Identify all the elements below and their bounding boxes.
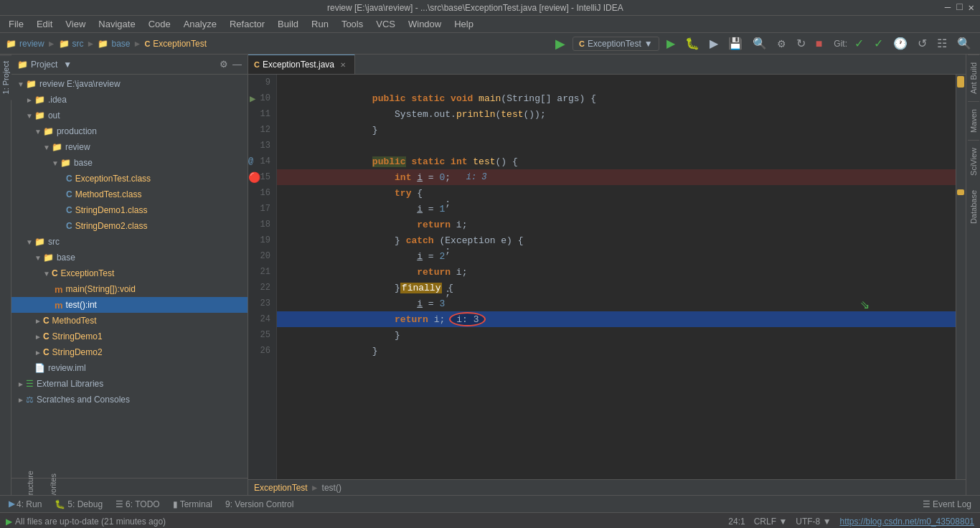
menu-refactor[interactable]: Refactor <box>224 17 270 31</box>
todo-tab[interactable]: ☰ 6: TODO <box>110 498 166 511</box>
run-tab[interactable]: ▶ 4: Run <box>3 498 47 511</box>
git-history-button[interactable]: 🕐 <box>890 35 910 52</box>
search2-button[interactable]: 🔍 <box>954 35 974 52</box>
coverage-button[interactable]: ▶ <box>707 35 721 52</box>
tree-item-review-sub[interactable]: ▼ 📁 review <box>11 139 248 155</box>
breadcrumb-src-icon: 📁 <box>59 39 70 49</box>
breadcrumb-base[interactable]: base <box>111 39 130 49</box>
terminal-tab[interactable]: ▮ Terminal <box>167 498 218 511</box>
window-controls[interactable]: ― □ ✕ <box>945 1 974 14</box>
code-view[interactable]: 9 ▶ 10 11 12 13 @ 14 🔴 15 <box>248 75 966 479</box>
version-control-tab[interactable]: 9: Version Control <box>220 498 299 511</box>
tree-arrow-idea[interactable]: ► <box>26 96 33 104</box>
database-tab[interactable]: Database <box>968 183 979 231</box>
tree-item-base-src[interactable]: ▼ 📁 base <box>11 250 248 265</box>
structure-tab[interactable]: 2: Structure <box>14 469 37 495</box>
line-num-22: 22 <box>248 280 276 296</box>
line-num-21: 21 <box>248 264 276 280</box>
ant-build-tab[interactable]: Ant Build <box>968 55 979 101</box>
csdn-url[interactable]: https://blog.csdn.net/m0_43508801 <box>840 517 974 527</box>
tree-item-ext-libs[interactable]: ► ☰ External Libraries <box>11 376 248 392</box>
breakpoint-gutter-icon-15[interactable]: 🔴 <box>248 171 260 184</box>
project-dropdown-icon[interactable]: ▼ <box>63 60 72 70</box>
breadcrumb-exceptiontest[interactable]: ExceptionTest <box>153 39 207 49</box>
project-icon: 📁 <box>17 60 28 70</box>
debug-button[interactable]: 🐛 <box>682 35 702 52</box>
run-button[interactable]: ▶ <box>552 34 568 53</box>
run-config-selector[interactable]: C ExceptionTest ▼ <box>573 37 659 51</box>
menu-edit[interactable]: Edit <box>31 17 58 31</box>
git-revert-button[interactable]: ↺ <box>915 35 930 52</box>
editor-tab-exceptiontest[interactable]: C ExceptionTest.java ✕ <box>248 55 355 74</box>
line-sep-indicator[interactable]: CRLF ▼ <box>754 517 788 527</box>
run-gutter-icon-10[interactable]: ▶ <box>250 93 255 105</box>
debug-tab[interactable]: 🐛 5: Debug <box>49 498 108 511</box>
cursor-position[interactable]: 24:1 <box>728 517 745 527</box>
tree-arrow-review[interactable]: ▼ <box>17 80 24 88</box>
encoding-indicator[interactable]: UTF-8 ▼ <box>796 517 831 527</box>
build-button[interactable]: 💾 <box>725 35 745 52</box>
tree-item-test-method[interactable]: m test():int <box>11 297 248 313</box>
tree-item-review-iml[interactable]: 📄 review.iml <box>11 360 248 376</box>
tree-item-idea[interactable]: ► 📁 .idea <box>11 92 248 108</box>
breadcrumb-src[interactable]: src <box>72 39 84 49</box>
breadcrumb-review[interactable]: review <box>19 39 44 49</box>
run-play-button[interactable]: ▶ <box>664 35 678 52</box>
bookmark-gutter-icon-14[interactable]: @ <box>248 156 253 166</box>
tree-item-src[interactable]: ▼ 📁 src <box>11 234 248 250</box>
favorites-tab[interactable]: 2: Favorites <box>37 472 60 495</box>
search-button[interactable]: 🔍 <box>750 35 770 52</box>
scroll-marker-mid <box>957 189 964 195</box>
minimize-button[interactable]: ― <box>945 1 951 14</box>
sidebar-settings-button[interactable]: ⚙ <box>220 59 228 70</box>
tree-arrow-out[interactable]: ▼ <box>26 112 33 120</box>
tree-item-scratches[interactable]: ► ⚖ Scratches and Consoles <box>11 392 248 407</box>
right-side-panel: Ant Build Maven SciView Database <box>966 55 980 495</box>
stop-button[interactable]: ■ <box>813 36 826 52</box>
tree-item-stringdemo2[interactable]: ► C StringDemo2 <box>11 344 248 360</box>
bottom-tabs-bar: ▶ 4: Run 🐛 5: Debug ☰ 6: TODO ▮ Terminal… <box>0 495 980 512</box>
sidebar-collapse-button[interactable]: ― <box>232 59 242 70</box>
tree-item-methodtest[interactable]: ► C MethodTest <box>11 313 248 329</box>
tree-item-review-root[interactable]: ▼ 📁 review E:\java\review <box>11 76 248 92</box>
menu-view[interactable]: View <box>60 17 91 31</box>
tree-item-stringdemo1[interactable]: ► C StringDemo1 <box>11 329 248 344</box>
statusbar: ▶ All files are up-to-date (21 minutes a… <box>0 512 980 528</box>
tree-item-out[interactable]: ▼ 📁 out <box>11 108 248 123</box>
tree-item-exceptiontest-class[interactable]: C ExceptionTest.class <box>11 171 248 187</box>
tree-item-main-method[interactable]: m main(String[]):void <box>11 281 248 297</box>
code-content[interactable]: public static void main(String[] args) {… <box>277 75 956 479</box>
tree-item-production[interactable]: ▼ 📁 production <box>11 123 248 139</box>
settings-button[interactable]: ⚙ <box>774 37 789 51</box>
git-check2-button[interactable]: ✓ <box>871 35 886 52</box>
git-check-button[interactable]: ✓ <box>852 35 867 52</box>
menu-build[interactable]: Build <box>272 17 304 31</box>
stringdemo2-class-icon: C <box>66 221 72 231</box>
tree-item-exceptiontest[interactable]: ▼ C ExceptionTest <box>11 265 248 281</box>
tree-item-methodtest-class[interactable]: C MethodTest.class <box>11 187 248 202</box>
maximize-button[interactable]: □ <box>956 1 962 14</box>
close-button[interactable]: ✕ <box>969 1 974 14</box>
menu-run[interactable]: Run <box>306 17 334 31</box>
sciview-tab[interactable]: SciView <box>968 140 979 183</box>
menu-tools[interactable]: Tools <box>336 17 369 31</box>
menu-code[interactable]: Code <box>143 17 176 31</box>
maven-tab[interactable]: Maven <box>968 101 979 140</box>
scrollbar-gutter[interactable] <box>956 75 966 479</box>
menu-file[interactable]: File <box>3 17 29 31</box>
refresh-button[interactable]: ↻ <box>793 35 809 52</box>
line-num-26: 26 <box>248 343 276 359</box>
layout-button[interactable]: ☷ <box>934 35 950 52</box>
menu-window[interactable]: Window <box>402 17 447 31</box>
menu-help[interactable]: Help <box>448 17 479 31</box>
menu-navigate[interactable]: Navigate <box>93 17 141 31</box>
tab-close-button[interactable]: ✕ <box>340 61 346 69</box>
menu-vcs[interactable]: VCS <box>370 17 401 31</box>
tree-item-stringdemo2-class[interactable]: C StringDemo2.class <box>11 218 248 234</box>
code-line-12: } <box>277 122 956 138</box>
project-tab[interactable]: 1: Project <box>0 55 11 100</box>
tree-item-stringdemo1-class[interactable]: C StringDemo1.class <box>11 202 248 218</box>
event-log-tab[interactable]: ☰ Event Log <box>917 498 977 511</box>
menu-analyze[interactable]: Analyze <box>178 17 222 31</box>
tree-item-base-out[interactable]: ▼ 📁 base <box>11 155 248 171</box>
